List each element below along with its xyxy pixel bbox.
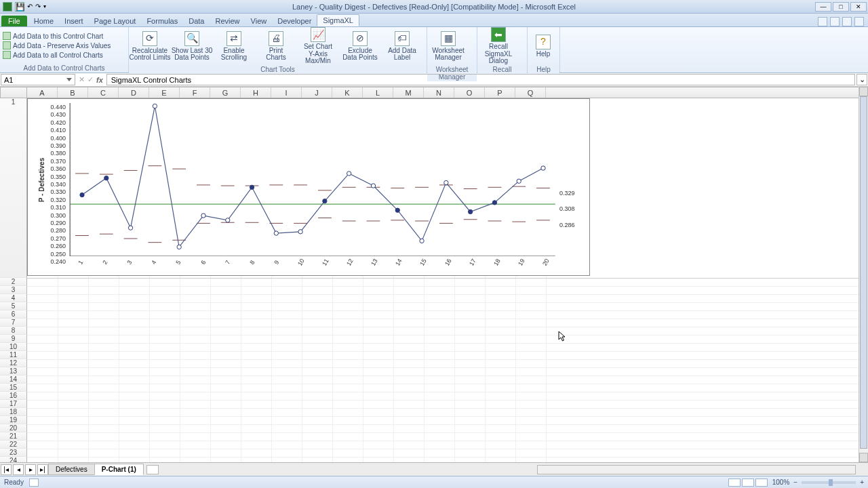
normal-view-button[interactable] xyxy=(728,479,741,487)
column-header[interactable]: N xyxy=(424,87,454,98)
column-header[interactable]: J xyxy=(302,87,332,98)
page-layout-view-button[interactable] xyxy=(742,479,754,487)
tab-view[interactable]: View xyxy=(245,16,273,26)
row-header[interactable]: 12 xyxy=(0,359,27,367)
zoom-level[interactable]: 100% xyxy=(772,479,790,486)
minimize-ribbon-icon[interactable] xyxy=(818,17,827,26)
control-chart[interactable]: P - Defectives 0.2400.2500.2600.2700.280… xyxy=(27,98,590,276)
prev-sheet-button[interactable]: ◂ xyxy=(13,464,24,475)
window-restore-icon[interactable] xyxy=(842,17,852,26)
row-header[interactable]: 2 xyxy=(0,278,27,286)
tab-sigmaxl[interactable]: SigmaXL xyxy=(317,14,359,26)
column-header[interactable]: C xyxy=(88,87,119,98)
exclude-data-button[interactable]: ⊘ExcludeData Points xyxy=(339,27,381,65)
column-header[interactable]: F xyxy=(180,87,210,98)
column-header[interactable]: D xyxy=(119,87,149,98)
recall-dialog-button[interactable]: ⬅Recall SigmaXLDialog xyxy=(477,27,519,65)
new-sheet-button[interactable] xyxy=(146,465,159,474)
row-header[interactable]: 5 xyxy=(0,302,27,310)
row-header[interactable]: 6 xyxy=(0,310,27,319)
accept-icon[interactable]: ✓ xyxy=(87,75,94,84)
file-tab[interactable]: File xyxy=(1,16,27,26)
row-header[interactable]: 14 xyxy=(0,375,27,384)
sheet-tab-pchart[interactable]: P-Chart (1) xyxy=(94,464,144,475)
row-header[interactable]: 8 xyxy=(0,327,27,335)
help-button[interactable]: ?Help xyxy=(528,27,559,65)
scroll-up-button[interactable] xyxy=(859,87,868,96)
row-header[interactable]: 18 xyxy=(0,408,27,416)
next-sheet-button[interactable]: ▸ xyxy=(25,464,36,475)
row-header[interactable]: 23 xyxy=(0,449,27,457)
column-header[interactable]: O xyxy=(454,87,485,98)
row-header[interactable]: 9 xyxy=(0,335,27,343)
worksheet-manager-button[interactable]: ▦WorksheetManager xyxy=(427,27,469,65)
add-data-all-charts[interactable]: Add Data to all Control Charts xyxy=(3,50,111,60)
add-data-label-button[interactable]: 🏷Add DataLabel xyxy=(381,27,423,65)
column-header[interactable]: I xyxy=(271,87,302,98)
row-header[interactable]: 1 xyxy=(0,98,27,278)
column-header[interactable]: P xyxy=(485,87,515,98)
recalculate-button[interactable]: ⟳RecalculateControl Limits xyxy=(129,27,171,65)
window-close-icon[interactable] xyxy=(854,17,864,26)
row-header[interactable]: 10 xyxy=(0,343,27,351)
close-button[interactable]: ✕ xyxy=(850,2,867,12)
name-box[interactable]: A1 xyxy=(1,74,75,85)
print-charts-button[interactable]: 🖨PrintCharts xyxy=(255,27,297,65)
macro-record-icon[interactable] xyxy=(29,479,39,487)
row-header[interactable]: 17 xyxy=(0,400,27,408)
formula-bar[interactable]: SigmaXL Control Charts xyxy=(106,74,855,85)
row-header[interactable]: 20 xyxy=(0,424,27,432)
help-icon[interactable] xyxy=(830,17,840,26)
minimize-button[interactable]: — xyxy=(815,2,831,12)
row-header[interactable]: 19 xyxy=(0,416,27,424)
qat-dropdown-icon[interactable]: ▾ xyxy=(43,3,46,9)
select-all-corner[interactable] xyxy=(0,87,27,98)
row-header[interactable]: 15 xyxy=(0,384,27,392)
column-header[interactable]: M xyxy=(393,87,424,98)
tab-insert[interactable]: Insert xyxy=(59,16,89,26)
tab-formulas[interactable]: Formulas xyxy=(141,16,183,26)
row-header[interactable]: 4 xyxy=(0,294,27,302)
maximize-button[interactable]: □ xyxy=(833,2,849,12)
scroll-down-button[interactable] xyxy=(859,453,868,462)
grid-area[interactable]: 1234567891011121314151617181920212223242… xyxy=(0,98,859,462)
save-icon[interactable]: 💾 xyxy=(15,2,24,12)
column-header[interactable]: L xyxy=(363,87,393,98)
row-header[interactable]: 24 xyxy=(0,457,27,462)
horizontal-scrollbar[interactable] xyxy=(537,465,856,474)
row-header[interactable]: 22 xyxy=(0,441,27,449)
row-header[interactable]: 11 xyxy=(0,351,27,359)
set-chart-yaxis-button[interactable]: 📈Set ChartY-Axis Max/Min xyxy=(297,27,339,65)
column-header[interactable]: A xyxy=(27,87,58,98)
column-header[interactable]: H xyxy=(241,87,271,98)
chevron-down-icon[interactable] xyxy=(66,78,72,81)
zoom-slider[interactable] xyxy=(802,481,856,484)
row-header[interactable]: 7 xyxy=(0,319,27,327)
scroll-thumb[interactable] xyxy=(860,96,867,449)
add-data-preserve-axis[interactable]: Add Data - Preserve Axis Values xyxy=(3,41,111,50)
column-header[interactable]: Q xyxy=(515,87,546,98)
tab-review[interactable]: Review xyxy=(210,16,245,26)
vertical-scrollbar[interactable] xyxy=(859,87,868,462)
first-sheet-button[interactable]: |◂ xyxy=(1,464,12,475)
tab-developer[interactable]: Developer xyxy=(272,16,317,26)
row-header[interactable]: 16 xyxy=(0,392,27,400)
zoom-out-button[interactable]: − xyxy=(793,479,797,486)
row-header[interactable]: 3 xyxy=(0,286,27,294)
add-data-this-chart[interactable]: Add Data to this Control Chart xyxy=(3,31,111,41)
expand-formula-icon[interactable]: ⌄ xyxy=(856,74,867,85)
tab-page-layout[interactable]: Page Layout xyxy=(89,16,142,26)
row-header[interactable]: 13 xyxy=(0,367,27,375)
fx-icon[interactable]: fx xyxy=(96,76,103,84)
cancel-icon[interactable]: ✕ xyxy=(79,75,85,84)
tab-home[interactable]: Home xyxy=(28,16,59,26)
column-header[interactable]: G xyxy=(210,87,241,98)
column-header[interactable]: E xyxy=(149,87,180,98)
column-header[interactable]: K xyxy=(332,87,363,98)
enable-scrolling-button[interactable]: ⇄EnableScrolling xyxy=(213,27,255,65)
column-header[interactable]: B xyxy=(58,87,88,98)
undo-icon[interactable]: ↶ xyxy=(27,3,33,10)
page-break-view-button[interactable] xyxy=(755,479,768,487)
show-last-30-button[interactable]: 🔍Show Last 30Data Points xyxy=(171,27,213,65)
tab-data[interactable]: Data xyxy=(183,16,210,26)
